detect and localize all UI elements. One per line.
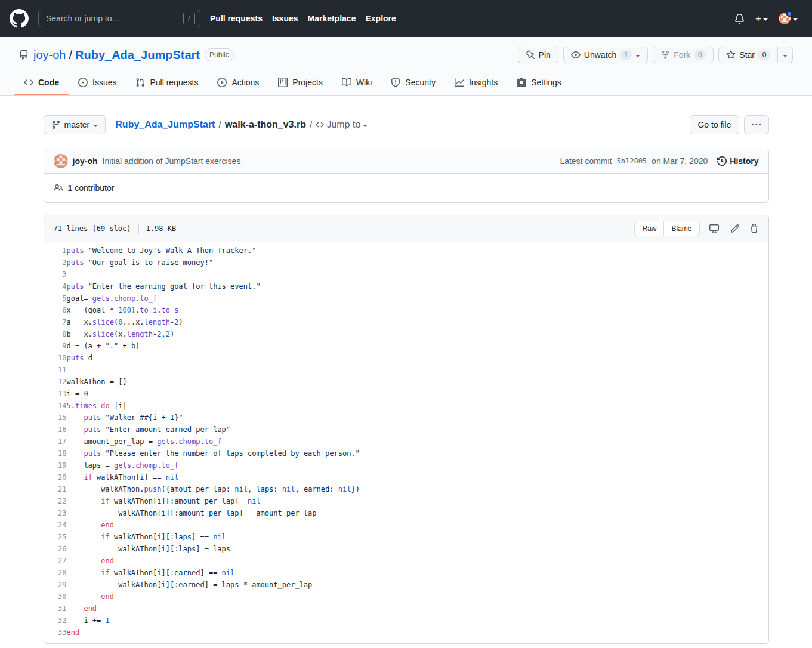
line-number[interactable]: 21 bbox=[44, 483, 67, 495]
code-line-row: 8b = x.slice(x.length-2,2) bbox=[44, 328, 768, 340]
more-options-button[interactable] bbox=[744, 115, 769, 134]
go-to-file-button[interactable]: Go to file bbox=[690, 115, 739, 134]
line-number[interactable]: 26 bbox=[44, 543, 67, 555]
line-number[interactable]: 17 bbox=[44, 436, 67, 448]
code-line-row: 24 end bbox=[44, 519, 768, 531]
line-number[interactable]: 28 bbox=[44, 567, 67, 579]
code-line-row: 9d = (a + "." + b) bbox=[44, 340, 768, 352]
blame-button[interactable]: Blame bbox=[664, 221, 699, 236]
fork-button[interactable]: Fork 0 bbox=[653, 47, 714, 63]
line-number[interactable]: 30 bbox=[44, 591, 67, 603]
line-number[interactable]: 22 bbox=[44, 495, 67, 507]
nav-explore[interactable]: Explore bbox=[365, 14, 396, 23]
line-number[interactable]: 6 bbox=[44, 304, 67, 316]
breadcrumb-separator: / bbox=[310, 119, 312, 130]
code-line: laps = gets.chomp.to_f bbox=[67, 459, 768, 471]
line-number[interactable]: 12 bbox=[44, 376, 67, 388]
code-line-row: 2puts "Our goal is to raise money!" bbox=[44, 257, 768, 269]
star-button[interactable]: Star 0 bbox=[718, 47, 778, 63]
line-number[interactable]: 2 bbox=[44, 257, 67, 269]
nav-pull-requests[interactable]: Pull requests bbox=[210, 14, 263, 23]
repo-name-link[interactable]: Ruby_Ada_JumpStart bbox=[75, 48, 200, 62]
pin-button[interactable]: Pin bbox=[518, 47, 558, 63]
commit-message-link[interactable]: Initial addition of JumpStart exercises bbox=[103, 156, 241, 166]
unwatch-button-label: Unwatch bbox=[584, 50, 616, 60]
watch-count: 1 bbox=[620, 50, 632, 60]
line-number[interactable]: 3 bbox=[44, 269, 67, 280]
line-number[interactable]: 27 bbox=[44, 555, 67, 567]
line-number[interactable]: 11 bbox=[44, 364, 67, 376]
line-number[interactable]: 18 bbox=[44, 448, 67, 459]
tab-label: Projects bbox=[292, 78, 323, 87]
nav-marketplace[interactable]: Marketplace bbox=[308, 14, 356, 23]
people-icon bbox=[54, 183, 63, 193]
history-link[interactable]: History bbox=[717, 156, 758, 166]
line-number[interactable]: 29 bbox=[44, 579, 67, 591]
code-line: puts "Enter amount earned per lap" bbox=[67, 424, 768, 436]
line-number[interactable]: 15 bbox=[44, 412, 67, 424]
branch-selector[interactable]: master bbox=[44, 115, 106, 134]
graph-icon bbox=[455, 78, 464, 87]
line-number[interactable]: 31 bbox=[44, 603, 67, 615]
code-line: amount_per_lap = gets.chomp.to_f bbox=[67, 436, 768, 448]
line-number[interactable]: 1 bbox=[44, 245, 67, 257]
tab-security[interactable]: Security bbox=[381, 72, 445, 95]
line-number[interactable]: 13 bbox=[44, 388, 67, 400]
pin-icon bbox=[526, 50, 535, 60]
user-avatar-menu[interactable] bbox=[779, 13, 798, 24]
contributors-row[interactable]: 1 contributor bbox=[44, 173, 768, 202]
line-number[interactable]: 14 bbox=[44, 400, 67, 412]
code-line-row: 10puts d bbox=[44, 352, 768, 364]
code-line: d = (a + "." + b) bbox=[67, 340, 768, 352]
tab-wiki[interactable]: Wiki bbox=[332, 72, 381, 95]
repo-owner-link[interactable]: joy-oh bbox=[33, 48, 66, 62]
tab-insights[interactable]: Insights bbox=[445, 72, 507, 95]
code-line-row: 3 bbox=[44, 269, 768, 280]
tab-pull-requests[interactable]: Pull requests bbox=[126, 72, 208, 95]
github-logo[interactable] bbox=[10, 9, 29, 28]
star-dropdown-button[interactable] bbox=[778, 47, 793, 63]
jump-to-dropdown[interactable]: Jump to bbox=[316, 119, 368, 130]
line-number[interactable]: 8 bbox=[44, 328, 67, 340]
tab-label: Wiki bbox=[356, 78, 372, 87]
line-number[interactable]: 10 bbox=[44, 352, 67, 364]
unwatch-button[interactable]: Unwatch 1 bbox=[563, 47, 648, 63]
breadcrumb-repo-link[interactable]: Ruby_Ada_JumpStart bbox=[115, 119, 215, 130]
delete-trash-icon[interactable] bbox=[749, 224, 759, 233]
tab-code[interactable]: Code bbox=[14, 72, 69, 95]
line-number[interactable]: 7 bbox=[44, 316, 67, 328]
line-number[interactable]: 9 bbox=[44, 340, 67, 352]
code-line-row: 16 puts "Enter amount earned per lap" bbox=[44, 424, 768, 436]
line-number[interactable]: 5 bbox=[44, 292, 67, 304]
tab-projects[interactable]: Projects bbox=[268, 72, 332, 95]
commit-sha-link[interactable]: 5b12805 bbox=[617, 157, 647, 165]
line-number[interactable]: 16 bbox=[44, 424, 67, 436]
project-icon bbox=[278, 78, 288, 87]
raw-label: Raw bbox=[642, 224, 656, 233]
raw-button[interactable]: Raw bbox=[634, 221, 664, 236]
commit-author-link[interactable]: joy-oh bbox=[73, 156, 98, 166]
line-number[interactable]: 32 bbox=[44, 615, 67, 627]
notifications-bell-icon[interactable] bbox=[734, 14, 745, 24]
tab-actions[interactable]: Actions bbox=[208, 72, 268, 95]
search-input[interactable]: Search or jump to… / bbox=[38, 10, 200, 27]
commit-author-avatar[interactable] bbox=[54, 154, 68, 168]
header-nav: Pull requests Issues Marketplace Explore bbox=[210, 14, 396, 23]
line-number[interactable]: 33 bbox=[44, 627, 67, 638]
line-number[interactable]: 4 bbox=[44, 280, 67, 292]
create-new-menu[interactable]: + bbox=[755, 14, 768, 24]
line-number[interactable]: 24 bbox=[44, 519, 67, 531]
edit-pencil-icon[interactable] bbox=[730, 224, 740, 233]
code-line: if walkAThon[i][:earned] == nil bbox=[67, 567, 768, 579]
tab-issues[interactable]: Issues bbox=[69, 72, 126, 95]
line-number[interactable]: 19 bbox=[44, 459, 67, 471]
open-desktop-icon[interactable] bbox=[709, 224, 719, 233]
nav-issues[interactable]: Issues bbox=[272, 14, 298, 23]
tab-settings[interactable]: Settings bbox=[507, 72, 571, 95]
line-number[interactable]: 20 bbox=[44, 471, 67, 483]
code-line: x = (goal * 100).to_i.to_s bbox=[67, 304, 768, 316]
line-number[interactable]: 25 bbox=[44, 531, 67, 543]
line-number[interactable]: 23 bbox=[44, 507, 67, 519]
code-line: puts "Enter the earning goal for this ev… bbox=[67, 280, 768, 292]
code-line-row: 145.times do |i| bbox=[44, 400, 768, 412]
